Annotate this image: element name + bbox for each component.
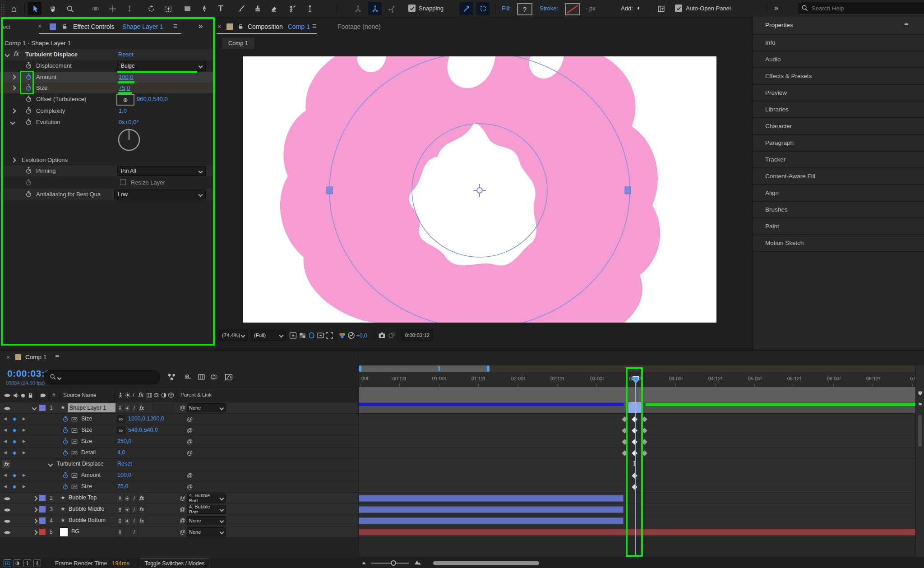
shy-switch[interactable]: [116, 494, 123, 503]
fx-switch[interactable]: fx: [138, 505, 145, 514]
track-shape-layer-1[interactable]: [359, 402, 916, 414]
puppet-starch-pin-button[interactable]: [368, 2, 382, 15]
stopwatch-icon-blue[interactable]: [62, 449, 69, 456]
parent-dropdown[interactable]: 4. Bubble Bott: [187, 494, 226, 503]
zoom-in-mountain-icon[interactable]: [414, 559, 421, 566]
zoom-out-mountain-icon[interactable]: [361, 560, 367, 566]
track-amount[interactable]: [359, 470, 916, 481]
timeline-tab-close[interactable]: ×: [6, 354, 10, 361]
sidebar-item-preview[interactable]: Preview: [753, 85, 924, 102]
keyframe[interactable]: [642, 416, 647, 422]
empty-switch[interactable]: [160, 404, 166, 412]
next-keyframe-button[interactable]: ▶: [23, 450, 26, 455]
expand-chevron-icon[interactable]: [32, 518, 37, 523]
rotation-tool-button[interactable]: [144, 2, 158, 15]
stopwatch-icon[interactable]: [25, 107, 32, 114]
stopwatch-icon-blue[interactable]: [62, 472, 69, 479]
stroke-label[interactable]: Stroke:: [540, 5, 558, 12]
keyframe-toggle-on[interactable]: ◆: [13, 416, 16, 422]
track-bubble-middle[interactable]: [359, 504, 916, 515]
shy-switch[interactable]: [116, 404, 123, 412]
keyframe-toggle-on[interactable]: ◆: [13, 472, 16, 478]
pen-tool-button[interactable]: [198, 2, 211, 15]
selection-tool-button[interactable]: [28, 2, 42, 15]
horizontal-scrollbar[interactable]: [433, 561, 539, 565]
prev-keyframe-button[interactable]: ◀: [4, 428, 7, 432]
keyframe[interactable]: [622, 450, 628, 456]
quality-switch[interactable]: /: [131, 404, 138, 412]
layer-row-shape-layer-1[interactable]: 1 ★ Shape Layer 1 / fx @ None: [0, 402, 358, 414]
evolution-value[interactable]: 0x+0,0°: [119, 119, 139, 125]
track-turbulent-displace[interactable]: I: [359, 459, 916, 470]
layer-number-column[interactable]: #: [52, 392, 55, 398]
collapse-switch[interactable]: [124, 404, 130, 412]
guides-grid-icon[interactable]: [326, 332, 333, 339]
keyframe-toggle-on[interactable]: ◆: [13, 427, 16, 433]
evolution-options-row[interactable]: Evolution Options: [0, 155, 216, 166]
effect-reset-link[interactable]: Reset: [117, 461, 132, 467]
hand-tool-button[interactable]: [46, 2, 60, 15]
effect-group-row[interactable]: fx Turbulent Displace Reset: [0, 459, 358, 470]
brush-tool-button[interactable]: [235, 2, 248, 15]
parent-link-column[interactable]: Parent & Link: [180, 392, 212, 397]
toggle-switches-modes-button[interactable]: Toggle Switches / Modes: [140, 559, 209, 568]
next-keyframe-button[interactable]: ▶: [23, 416, 26, 421]
size-value[interactable]: 75,0: [119, 84, 130, 91]
left-handle[interactable]: [327, 187, 333, 194]
region-of-interest-icon[interactable]: [317, 332, 324, 339]
render-time-column-button[interactable]: [33, 559, 41, 567]
exposure-icon[interactable]: [347, 332, 355, 339]
quality-switch[interactable]: /: [131, 528, 138, 536]
keyframe-toggle-on[interactable]: ◆: [13, 439, 16, 444]
property-row-amount[interactable]: ◀ ◆ ▶ Amount 100,0 @: [0, 470, 358, 481]
property-value[interactable]: 250,0: [117, 438, 131, 444]
amount-value[interactable]: 100,0: [119, 74, 134, 80]
pickwhip-icon[interactable]: @: [187, 416, 193, 422]
layer-label-color[interactable]: [39, 405, 46, 411]
type-tool-button[interactable]: T: [214, 2, 227, 15]
footage-tab[interactable]: Footage (none): [337, 23, 381, 30]
layer-label-color[interactable]: [39, 495, 46, 501]
layer-duration-bar[interactable]: [359, 517, 624, 524]
work-area-bar[interactable]: [359, 365, 490, 372]
resize-layer-checkbox[interactable]: [120, 179, 126, 185]
shy-layers-icon[interactable]: [184, 373, 192, 381]
layer-row-bubble-bottom[interactable]: 4 ★ Bubble Bottom / fx @ None: [0, 515, 358, 526]
roto-brush-tool-button[interactable]: [285, 2, 299, 15]
next-keyframe-button[interactable]: ▶: [23, 428, 26, 432]
track-size-2[interactable]: [359, 425, 916, 436]
transparency-grid-icon[interactable]: [299, 332, 306, 339]
collapse-chevron-icon[interactable]: [5, 52, 9, 57]
pickwhip-icon[interactable]: @: [180, 404, 185, 411]
offset-target-button[interactable]: ⊕: [116, 94, 134, 106]
quality-switch[interactable]: /: [131, 494, 138, 503]
sidebar-item-content-aware-fill[interactable]: Content-Aware Fill: [753, 168, 924, 185]
graph-editor-icon[interactable]: [225, 373, 233, 381]
eye-icon[interactable]: [4, 406, 11, 411]
expand-chevron-icon[interactable]: [11, 74, 16, 79]
panel-menu-icon[interactable]: ≡: [312, 22, 316, 30]
antialiasing-dropdown[interactable]: Low: [114, 189, 206, 199]
effect-name[interactable]: Turbulent Displace: [25, 51, 78, 58]
eraser-tool-button[interactable]: [267, 2, 281, 15]
toolbar-overflow-chevrons[interactable]: »: [774, 4, 778, 13]
audio-column-speaker-icon[interactable]: [13, 392, 19, 399]
sidebar-item-info[interactable]: Info: [753, 35, 924, 51]
track-bubble-top[interactable]: [359, 493, 916, 504]
layer-duration-bar[interactable]: [359, 506, 624, 513]
layer-row-bg[interactable]: 5 BG / @ None: [0, 526, 358, 538]
dimension-link-icon[interactable]: ∞: [116, 415, 125, 423]
offset-value[interactable]: 960,0,540,0: [137, 96, 168, 102]
layer-label-color[interactable]: [39, 529, 46, 535]
fx-switch[interactable]: fx: [138, 517, 145, 525]
stopwatch-icon-blue[interactable]: [62, 427, 69, 434]
pan-behind-tool-button[interactable]: [162, 2, 175, 15]
viewer-timecode[interactable]: 0:00:03:12: [402, 330, 433, 341]
evolution-dial[interactable]: [117, 128, 141, 152]
exposure-value[interactable]: +0,0: [356, 332, 367, 339]
panel-overflow-chevrons[interactable]: »: [199, 22, 203, 31]
sidebar-item-paragraph[interactable]: Paragraph: [753, 135, 924, 152]
parent-dropdown[interactable]: None: [187, 403, 226, 412]
layer-duration-bar[interactable]: [359, 495, 624, 502]
dimension-link-icon[interactable]: ∞: [116, 426, 125, 434]
